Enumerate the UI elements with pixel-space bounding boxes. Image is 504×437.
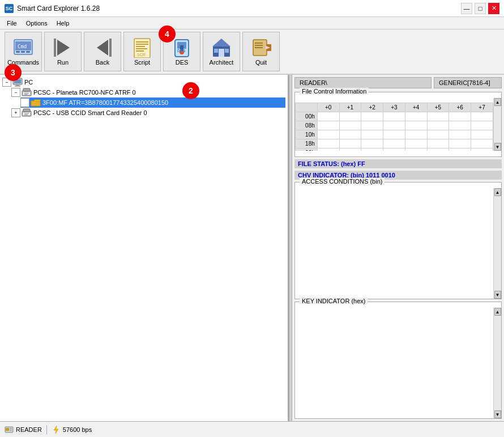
tree-label-pc: PC	[24, 79, 33, 86]
title-controls: — □ ✕	[461, 3, 499, 14]
tree-node-pc: − PC −	[2, 77, 285, 118]
fci-corner	[296, 103, 318, 112]
tree-node-pcsc1: − PCSC - Planeta RC700-NFC ATRF 0	[2, 87, 285, 108]
svg-rect-7	[54, 39, 56, 57]
svg-rect-43	[23, 109, 30, 112]
main-area: − PC −	[0, 75, 504, 421]
printer-icon-1	[22, 88, 32, 97]
monitor-icon	[12, 78, 23, 87]
window-title: Smart Card Explorer 1.6.28	[17, 5, 100, 12]
reader-header: READER\ GENERIC[7816-4]	[294, 77, 502, 88]
commands-button[interactable]: Cmd Commands	[5, 32, 42, 71]
status-speed: 57600 bps	[52, 425, 92, 434]
svg-marker-6	[57, 40, 70, 56]
svg-rect-30	[255, 43, 263, 44]
architect-icon	[211, 37, 232, 58]
svg-text:SCR: SCR	[137, 53, 146, 57]
svg-rect-49	[10, 428, 12, 429]
expand-card1[interactable]: +	[20, 98, 29, 107]
run-label: Run	[57, 59, 69, 66]
tree-row-pc[interactable]: − PC	[2, 77, 285, 87]
fci-title: File Control Information	[300, 88, 369, 95]
svg-rect-11	[136, 41, 148, 43]
architect-button[interactable]: Architect	[203, 32, 240, 71]
svg-rect-13	[136, 46, 145, 47]
tree-row-pcsc2[interactable]: + PCSC - USB CCID Smart Card Reader 0	[11, 108, 285, 118]
fci-col-4: +4	[405, 103, 427, 112]
expand-pcsc2[interactable]: +	[11, 108, 20, 117]
svg-marker-51	[54, 426, 58, 434]
svg-marker-23	[212, 39, 230, 46]
menu-help[interactable]: Help	[52, 19, 74, 28]
fci-col-2: +2	[361, 103, 383, 112]
svg-rect-40	[24, 93, 29, 94]
menu-options[interactable]: Options	[22, 19, 52, 28]
svg-rect-3	[21, 51, 25, 53]
architect-label: Architect	[210, 59, 234, 66]
expand-pcsc1[interactable]: −	[11, 88, 20, 97]
title-bar-left: SC Smart Card Explorer 1.6.28	[5, 4, 100, 13]
fci-row-20h: 20h	[296, 149, 318, 151]
svg-rect-2	[16, 51, 20, 53]
menu-file[interactable]: File	[2, 19, 22, 28]
app-icon: SC	[5, 4, 14, 13]
des-label: DES	[176, 59, 189, 66]
title-bar: SC Smart Card Explorer 1.6.28 — □ ✕	[0, 0, 504, 17]
svg-rect-36	[15, 86, 20, 87]
script-button[interactable]: SCR Script	[123, 32, 161, 71]
back-label: Back	[96, 59, 109, 66]
tree-row-card1[interactable]: + 3F00:MF ATR=3B8780017743325400080150	[20, 97, 285, 108]
svg-rect-24	[219, 49, 224, 57]
status-reader-label: READER	[16, 426, 42, 433]
status-reader: READER	[5, 425, 42, 434]
folder-icon	[31, 98, 41, 107]
tree-row-pcsc1[interactable]: − PCSC - Planeta RC700-NFC ATRF 0	[11, 87, 285, 97]
scroll-up-key[interactable]: ▲	[494, 308, 501, 316]
expand-pc[interactable]: −	[2, 78, 11, 87]
fci-col-5: +5	[427, 103, 449, 112]
fci-col-6: +6	[449, 103, 471, 112]
script-label: Script	[134, 59, 150, 66]
tree-node-pcsc2: + PCSC - USB CCID Smart Card Reader 0	[2, 108, 285, 118]
maximize-button[interactable]: □	[475, 3, 486, 14]
toolbar: Cmd Commands Run Back	[0, 29, 504, 75]
minimize-button[interactable]: —	[461, 3, 472, 14]
menu-bar: File Options Help	[0, 17, 504, 29]
fci-row-18h: 18h	[296, 139, 318, 149]
scroll-up-btn[interactable]: ▲	[494, 98, 501, 106]
status-bar: READER 57600 bps	[0, 421, 504, 437]
svg-rect-12	[136, 44, 148, 45]
close-button[interactable]: ✕	[488, 3, 499, 14]
lightning-icon	[52, 425, 61, 434]
quit-button[interactable]: Quit	[242, 32, 280, 71]
card-reader-icon	[5, 425, 14, 434]
svg-rect-46	[24, 114, 28, 115]
file-status: FILE STATUS: (hex) FF	[294, 159, 502, 168]
svg-rect-31	[255, 45, 263, 46]
svg-rect-14	[136, 48, 147, 49]
key-indicator-title: KEY INDICATOR (hex)	[300, 298, 368, 304]
scroll-down-access[interactable]: ▼	[494, 291, 501, 299]
back-button[interactable]: Back	[84, 32, 121, 71]
quit-icon	[251, 37, 271, 58]
svg-rect-34	[14, 79, 21, 83]
tree-panel: − PC −	[0, 75, 289, 421]
run-icon	[53, 37, 73, 58]
key-indicator-content[interactable]	[295, 308, 493, 418]
fci-col-1: +1	[339, 103, 361, 112]
fci-col-0: +0	[317, 103, 339, 112]
svg-rect-45	[24, 113, 29, 114]
scroll-down-btn[interactable]: ▼	[494, 143, 501, 151]
access-conditions-content[interactable]	[295, 188, 493, 299]
fci-col-7: +7	[471, 103, 493, 112]
svg-text:Cmd: Cmd	[18, 44, 27, 49]
back-icon	[92, 37, 113, 58]
svg-rect-32	[255, 47, 263, 48]
scroll-down-key[interactable]: ▼	[494, 410, 501, 418]
des-button[interactable]: DES DES	[163, 32, 200, 71]
commands-label: Commands	[7, 59, 39, 66]
generic-label: GENERIC[7816-4]	[434, 77, 502, 88]
run-button[interactable]: Run	[44, 32, 82, 71]
commands-icon: Cmd	[13, 37, 33, 58]
scroll-up-access[interactable]: ▲	[494, 188, 501, 196]
